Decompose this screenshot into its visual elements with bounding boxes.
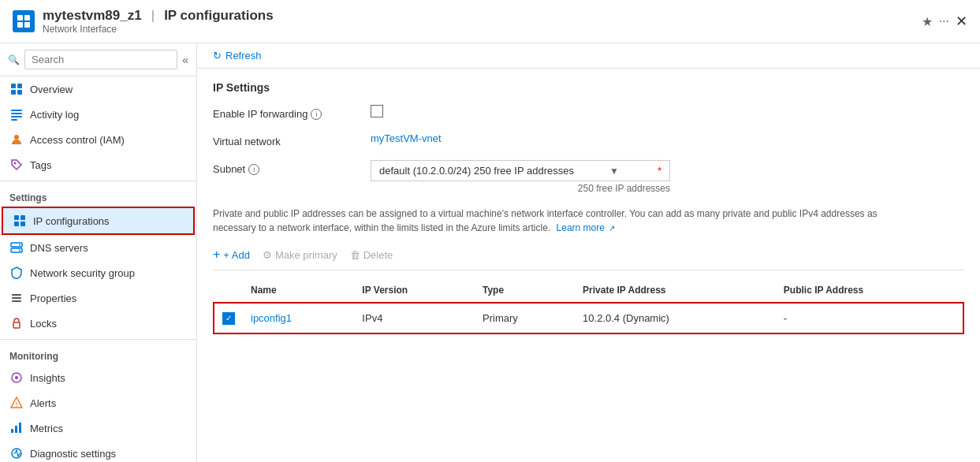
svg-point-13 [14, 162, 17, 165]
svg-rect-10 [11, 116, 22, 117]
sidebar-item-ip-configurations[interactable]: IP configurations [2, 207, 195, 235]
svg-point-21 [19, 250, 20, 251]
sidebar-item-dns-servers[interactable]: DNS servers [0, 235, 196, 260]
ip-configs-table: Name IP Version Type Private IP Address … [213, 278, 964, 334]
subnet-note: 250 free IP addresses [371, 183, 670, 194]
access-control-icon [9, 132, 24, 147]
enable-forwarding-value [371, 105, 964, 117]
content-toolbar: ↻ Refresh [197, 43, 980, 69]
virtual-network-link[interactable]: myTestVM-vnet [371, 132, 442, 144]
table-body: ✓ ipconfig1 IPv4 Primary 10.2.0.4 (Dynam… [214, 303, 963, 333]
learn-more-link[interactable]: Learn more [557, 222, 605, 233]
subnet-value: default (10.2.0.0/24) 250 free IP addres… [371, 160, 964, 194]
row-private-ip-cell: 10.2.0.4 (Dynamic) [575, 303, 776, 333]
close-icon[interactable]: ✕ [956, 13, 967, 30]
content-area: ↻ Refresh IP Settings Enable IP forwardi… [197, 43, 980, 462]
sidebar-item-properties-label: Properties [30, 292, 76, 304]
ip-config-name-link[interactable]: ipconfig1 [251, 312, 292, 324]
subnet-dropdown-text: default (10.2.0.0/24) 250 free IP addres… [379, 165, 574, 177]
action-bar: + + Add ⚙ Make primary 🗑 Delete [213, 244, 964, 270]
svg-rect-11 [11, 119, 17, 121]
network-security-group-icon [9, 266, 24, 280]
virtual-network-value: myTestVM-vnet [371, 132, 964, 144]
sidebar-item-dns-servers-label: DNS servers [30, 242, 88, 254]
svg-rect-32 [19, 423, 21, 433]
page-title: IP configurations [164, 8, 274, 24]
svg-rect-31 [15, 426, 17, 433]
svg-rect-25 [13, 322, 20, 328]
sidebar-item-diagnostic-settings-label: Diagnostic settings [30, 448, 116, 460]
subnet-dropdown[interactable]: default (10.2.0.0/24) 250 free IP addres… [371, 160, 670, 181]
sidebar-item-access-control[interactable]: Access control (IAM) [0, 127, 196, 152]
sidebar-item-activity-log[interactable]: Activity log [0, 102, 196, 127]
svg-rect-3 [24, 22, 30, 28]
enable-forwarding-checkbox[interactable] [371, 105, 383, 117]
row-ip-version-cell: IPv4 [354, 303, 475, 333]
table-header-type: Type [475, 278, 575, 303]
sidebar-item-overview[interactable]: Overview [0, 76, 196, 102]
table-row[interactable]: ✓ ipconfig1 IPv4 Primary 10.2.0.4 (Dynam… [214, 303, 963, 333]
enable-forwarding-label: Enable IP forwarding i [213, 105, 371, 120]
sidebar-divider-1 [0, 181, 196, 181]
title-bar-actions: ★ ··· ✕ [922, 13, 967, 30]
subnet-label: Subnet i [213, 160, 371, 175]
delete-icon: 🗑 [350, 249, 360, 261]
title-separator: | [151, 8, 155, 24]
subnet-info-icon[interactable]: i [248, 164, 259, 175]
metrics-icon [9, 421, 24, 435]
svg-rect-9 [11, 113, 22, 114]
enable-forwarding-info-icon[interactable]: i [311, 109, 322, 120]
sidebar-item-metrics[interactable]: Metrics [0, 415, 196, 441]
svg-rect-16 [14, 222, 19, 226]
svg-rect-4 [11, 84, 16, 88]
monitoring-section-label: Monitoring [0, 343, 196, 365]
refresh-label: Refresh [225, 50, 262, 61]
collapse-sidebar-button[interactable]: « [182, 54, 188, 66]
dns-servers-icon [9, 240, 24, 255]
more-options-icon[interactable]: ··· [939, 14, 949, 28]
virtual-network-label: Virtual network [213, 132, 371, 147]
sidebar-item-access-control-label: Access control (IAM) [30, 134, 125, 146]
table-header-public-ip: Public IP Address [776, 278, 963, 303]
search-input[interactable] [24, 50, 177, 69]
sidebar-item-insights[interactable]: Insights [0, 365, 196, 390]
svg-rect-28 [17, 402, 17, 405]
svg-point-12 [14, 135, 19, 140]
insights-icon [9, 371, 24, 385]
subnet-dropdown-chevron: ▼ [609, 166, 619, 177]
delete-label: Delete [363, 249, 393, 261]
sidebar-item-locks[interactable]: Locks [0, 311, 196, 336]
delete-button[interactable]: 🗑 Delete [350, 249, 393, 261]
sidebar-divider-2 [0, 339, 196, 340]
sidebar-item-locks-label: Locks [30, 318, 57, 330]
refresh-icon: ↻ [213, 50, 222, 61]
locks-icon [9, 316, 24, 330]
row-checkbox-cell[interactable]: ✓ [214, 303, 243, 333]
svg-rect-2 [17, 22, 23, 28]
svg-rect-7 [17, 90, 22, 95]
enable-forwarding-row: Enable IP forwarding i [213, 105, 964, 120]
title-bar: mytestvm89_z1 | IP configurations Networ… [0, 0, 980, 43]
sidebar-item-properties[interactable]: Properties [0, 285, 196, 311]
svg-rect-29 [17, 406, 17, 408]
refresh-button[interactable]: ↻ Refresh [213, 50, 262, 61]
table-header-ip-version: IP Version [354, 278, 475, 303]
sidebar-item-alerts[interactable]: Alerts [0, 390, 196, 415]
add-button[interactable]: + + Add [213, 248, 250, 262]
sidebar-item-network-security-group[interactable]: Network security group [0, 260, 196, 285]
svg-point-27 [15, 376, 18, 379]
properties-icon [9, 291, 24, 305]
svg-rect-6 [11, 90, 16, 95]
sidebar-search-container: 🔍 « [0, 43, 196, 76]
sidebar-item-diagnostic-settings[interactable]: Diagnostic settings [0, 441, 196, 462]
favorite-icon[interactable]: ★ [922, 14, 933, 29]
make-primary-label: Make primary [275, 249, 337, 261]
search-icon: 🔍 [8, 54, 20, 65]
settings-section-label: Settings [0, 184, 196, 207]
make-primary-button[interactable]: ⚙ Make primary [263, 249, 337, 261]
tags-icon [9, 158, 24, 172]
sidebar-item-tags[interactable]: Tags [0, 152, 196, 177]
svg-rect-14 [14, 215, 19, 220]
svg-rect-8 [11, 110, 22, 111]
resource-icon [13, 10, 35, 32]
